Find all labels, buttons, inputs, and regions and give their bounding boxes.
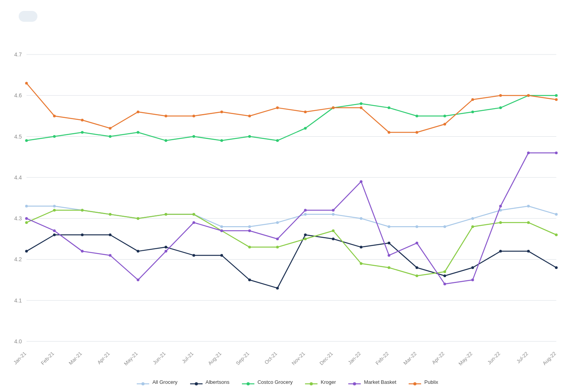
svg-point-76 — [25, 139, 28, 142]
svg-point-115 — [555, 234, 558, 236]
svg-point-146 — [304, 111, 307, 113]
svg-point-120 — [137, 279, 139, 281]
svg-point-114 — [527, 221, 530, 224]
legend-item-all-grocery: All Grocery — [137, 379, 177, 385]
svg-point-147 — [332, 106, 335, 109]
svg-point-85 — [276, 139, 279, 142]
svg-point-50 — [416, 225, 418, 228]
svg-point-91 — [443, 114, 446, 117]
svg-text:Apr-22: Apr-22 — [431, 351, 446, 366]
svg-point-66 — [304, 234, 307, 236]
svg-point-167 — [413, 382, 416, 385]
svg-point-134 — [527, 151, 530, 154]
svg-point-136 — [25, 82, 28, 84]
svg-point-95 — [555, 94, 558, 97]
svg-point-109 — [388, 266, 390, 269]
svg-point-71 — [443, 274, 446, 277]
svg-point-65 — [276, 287, 279, 290]
svg-point-86 — [304, 127, 307, 130]
svg-point-137 — [53, 114, 56, 117]
svg-point-110 — [416, 274, 418, 277]
svg-text:Dec-21: Dec-21 — [318, 351, 334, 366]
svg-point-67 — [332, 237, 335, 240]
svg-text:4.7: 4.7 — [14, 51, 22, 58]
legend-item-market-basket: Market Basket — [348, 379, 396, 385]
svg-point-108 — [360, 262, 362, 265]
legend: All GroceryAlbertsonsCostco GroceryKroge… — [0, 379, 575, 385]
svg-point-98 — [81, 209, 84, 212]
legend-label-kroger: Kroger — [321, 379, 336, 385]
svg-text:Feb-22: Feb-22 — [374, 351, 390, 366]
svg-text:4.2: 4.2 — [14, 256, 22, 262]
svg-point-58 — [81, 234, 84, 236]
svg-point-89 — [388, 106, 390, 109]
svg-point-83 — [220, 139, 223, 142]
svg-point-161 — [247, 382, 250, 385]
svg-point-126 — [304, 209, 307, 212]
svg-point-49 — [388, 225, 390, 228]
svg-text:4.5: 4.5 — [14, 134, 22, 140]
svg-point-48 — [360, 217, 362, 220]
svg-point-133 — [499, 205, 502, 207]
svg-point-69 — [388, 242, 390, 244]
svg-point-132 — [471, 279, 474, 281]
svg-point-129 — [388, 254, 390, 257]
svg-point-62 — [192, 254, 195, 257]
svg-point-55 — [555, 213, 558, 216]
svg-point-138 — [81, 119, 84, 121]
svg-point-80 — [137, 131, 139, 134]
svg-point-118 — [81, 250, 84, 253]
legend-item-kroger: Kroger — [305, 379, 336, 385]
svg-point-61 — [164, 246, 167, 248]
svg-text:Feb-21: Feb-21 — [40, 351, 55, 366]
svg-text:Jul-21: Jul-21 — [181, 351, 195, 365]
main-chart: 4.04.14.24.34.44.54.64.7Jan-21Feb-21Mar-… — [0, 0, 575, 392]
svg-point-36 — [25, 205, 28, 207]
svg-text:Mar-22: Mar-22 — [402, 351, 418, 366]
svg-point-130 — [416, 242, 418, 244]
svg-point-150 — [416, 131, 418, 134]
svg-point-165 — [353, 382, 356, 385]
svg-point-122 — [192, 221, 195, 224]
svg-text:4.1: 4.1 — [14, 297, 22, 304]
svg-point-151 — [443, 123, 446, 125]
svg-point-104 — [248, 246, 251, 248]
svg-text:Mar-21: Mar-21 — [68, 351, 83, 366]
svg-text:Jan-21: Jan-21 — [12, 351, 27, 366]
svg-point-78 — [81, 131, 84, 134]
svg-text:Sep-21: Sep-21 — [235, 351, 250, 366]
svg-point-155 — [555, 98, 558, 101]
svg-point-44 — [248, 225, 251, 228]
svg-point-127 — [332, 209, 335, 212]
svg-point-144 — [248, 114, 251, 117]
svg-point-57 — [53, 234, 56, 236]
svg-point-142 — [192, 114, 195, 117]
svg-point-79 — [109, 135, 111, 138]
svg-point-116 — [25, 217, 28, 220]
svg-text:4.6: 4.6 — [14, 92, 22, 98]
svg-point-101 — [164, 213, 167, 216]
svg-text:Apr-21: Apr-21 — [96, 351, 111, 366]
svg-point-84 — [248, 135, 251, 138]
svg-point-46 — [304, 213, 307, 216]
svg-point-153 — [499, 94, 502, 97]
svg-point-37 — [53, 205, 56, 207]
svg-point-135 — [555, 151, 558, 154]
svg-point-105 — [276, 246, 279, 248]
svg-point-59 — [109, 234, 111, 236]
svg-point-52 — [471, 217, 474, 220]
svg-point-72 — [471, 266, 474, 269]
svg-point-152 — [471, 98, 474, 101]
svg-text:May-21: May-21 — [123, 351, 139, 367]
svg-point-97 — [53, 209, 56, 212]
svg-point-159 — [195, 382, 198, 385]
svg-point-51 — [443, 225, 446, 228]
svg-point-106 — [304, 237, 307, 240]
svg-point-149 — [388, 131, 390, 134]
svg-point-128 — [360, 180, 362, 183]
svg-point-145 — [276, 106, 279, 109]
svg-point-163 — [310, 382, 313, 385]
svg-text:Aug-21: Aug-21 — [207, 351, 222, 366]
legend-label-publix: Publix — [424, 379, 438, 385]
svg-point-47 — [332, 213, 335, 216]
